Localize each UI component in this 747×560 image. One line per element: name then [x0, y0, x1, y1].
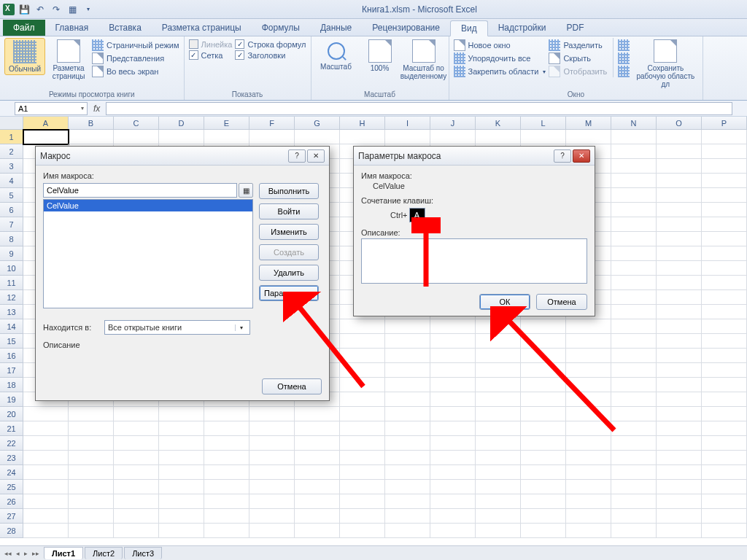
macro-listbox[interactable]: CelValue	[43, 199, 253, 308]
cell[interactable]	[430, 436, 476, 451]
cell[interactable]	[249, 451, 295, 465]
cell[interactable]	[702, 276, 747, 290]
cell[interactable]	[657, 494, 702, 509]
cell[interactable]	[657, 421, 702, 436]
cell[interactable]	[657, 232, 702, 246]
cell[interactable]	[611, 232, 657, 246]
cell[interactable]	[702, 334, 747, 349]
cell[interactable]	[702, 319, 747, 334]
cell[interactable]	[204, 480, 249, 494]
cell[interactable]	[385, 378, 430, 392]
cell[interactable]	[114, 509, 159, 524]
column-header[interactable]: M	[566, 117, 611, 130]
tab-review[interactable]: Рецензирование	[362, 20, 450, 36]
row-header[interactable]: 1	[0, 130, 23, 144]
cell[interactable]	[295, 407, 340, 421]
step-into-button[interactable]: Войти	[259, 203, 319, 219]
cell[interactable]	[521, 363, 566, 378]
sheet-nav[interactable]: ◂◂◂▸▸▸	[0, 550, 44, 557]
column-header[interactable]: F	[249, 117, 295, 130]
cell[interactable]	[430, 480, 476, 494]
cell[interactable]	[611, 203, 657, 217]
cell[interactable]	[385, 407, 430, 421]
close-button[interactable]: ✕	[307, 149, 325, 163]
options-dialog-titlebar[interactable]: Параметры макроса ? ✕	[354, 147, 595, 166]
window-icon-3[interactable]	[618, 66, 630, 77]
cell[interactable]	[702, 451, 747, 465]
row-header[interactable]: 26	[0, 494, 23, 509]
cell[interactable]	[340, 334, 385, 349]
cell[interactable]	[702, 203, 747, 217]
tab-formulas[interactable]: Формулы	[252, 20, 310, 36]
cell[interactable]	[430, 319, 476, 334]
cell[interactable]	[159, 465, 204, 480]
cell[interactable]	[657, 144, 702, 159]
opt-cancel-button[interactable]: Отмена	[536, 294, 587, 310]
redo-icon[interactable]: ↷	[50, 3, 63, 16]
row-header[interactable]: 14	[0, 319, 23, 334]
cell[interactable]	[340, 436, 385, 451]
name-box[interactable]: A1▾	[15, 102, 88, 115]
cell[interactable]	[566, 334, 611, 349]
cell[interactable]	[657, 480, 702, 494]
cell[interactable]	[159, 407, 204, 421]
options-button[interactable]: Параметры...	[259, 285, 319, 301]
cell[interactable]	[430, 407, 476, 421]
cell[interactable]	[295, 130, 340, 144]
cell[interactable]	[657, 363, 702, 378]
macros-in-dropdown[interactable]: Все открытые книги▾	[104, 320, 250, 335]
macro-dialog-titlebar[interactable]: Макрос ? ✕	[36, 147, 329, 166]
cell[interactable]	[114, 480, 159, 494]
split[interactable]: Разделить	[549, 39, 607, 51]
cell[interactable]	[476, 378, 521, 392]
row-header[interactable]: 20	[0, 407, 23, 421]
row-header[interactable]: 3	[0, 159, 23, 174]
fx-icon[interactable]: fx	[93, 104, 100, 114]
cell[interactable]	[69, 494, 114, 509]
column-header[interactable]: L	[521, 117, 566, 130]
window-icon-2[interactable]	[618, 52, 630, 64]
cell[interactable]	[430, 451, 476, 465]
cell[interactable]	[114, 524, 159, 538]
cell[interactable]	[159, 436, 204, 451]
cell[interactable]	[430, 524, 476, 538]
cell[interactable]	[611, 349, 657, 363]
cell[interactable]	[114, 465, 159, 480]
page-layout-button[interactable]: Разметка страницы	[48, 38, 89, 82]
cell[interactable]	[611, 290, 657, 305]
cell[interactable]	[159, 524, 204, 538]
cell[interactable]	[702, 144, 747, 159]
row-header[interactable]: 22	[0, 436, 23, 451]
cell[interactable]	[249, 494, 295, 509]
hide[interactable]: Скрыть	[549, 52, 607, 64]
cell[interactable]	[385, 451, 430, 465]
cell[interactable]	[611, 480, 657, 494]
sheet-tab-1[interactable]: Лист1	[44, 547, 83, 559]
cell[interactable]	[611, 130, 657, 144]
cell[interactable]	[114, 451, 159, 465]
cell[interactable]	[430, 494, 476, 509]
cell[interactable]	[385, 465, 430, 480]
tab-insert[interactable]: Вставка	[98, 20, 152, 36]
cell[interactable]	[114, 494, 159, 509]
cell[interactable]	[340, 524, 385, 538]
cell[interactable]	[566, 451, 611, 465]
cell[interactable]	[430, 363, 476, 378]
cell[interactable]	[702, 232, 747, 246]
cell[interactable]	[430, 392, 476, 407]
cell[interactable]	[69, 421, 114, 436]
column-header[interactable]: H	[340, 117, 385, 130]
cell[interactable]	[657, 334, 702, 349]
cell[interactable]	[566, 480, 611, 494]
qat-dropdown-icon[interactable]: ▾	[82, 3, 95, 16]
cell[interactable]	[476, 130, 521, 144]
freeze-panes[interactable]: Закрепить области▾	[454, 66, 546, 77]
column-header[interactable]: I	[385, 117, 430, 130]
cell[interactable]	[476, 494, 521, 509]
cell[interactable]	[566, 407, 611, 421]
cell[interactable]	[611, 436, 657, 451]
cell[interactable]	[521, 524, 566, 538]
row-header[interactable]: 12	[0, 290, 23, 305]
cell[interactable]	[521, 436, 566, 451]
cell[interactable]	[385, 421, 430, 436]
